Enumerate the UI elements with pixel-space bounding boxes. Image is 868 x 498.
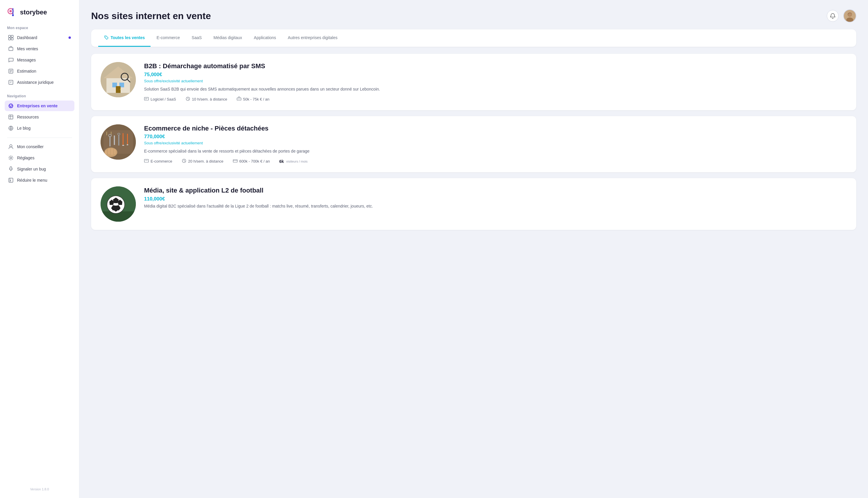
revenue-label-1: 50k - 75k € / an <box>243 97 269 102</box>
bug-icon <box>8 166 14 172</box>
sidebar-item-reglages-label: Réglages <box>17 156 35 160</box>
sidebar-item-bug-label: Signaler un bug <box>17 167 46 171</box>
notification-button[interactable] <box>827 10 839 22</box>
listing-meta-1: Logiciel / SaaS 10 h/sem. à distance 50k… <box>144 96 847 102</box>
tab-toutes-label: Toutes les ventes <box>110 35 145 40</box>
page-title: Nos sites internet en vente <box>91 11 211 22</box>
listing-desc-2: E-commerce spécialisé dans la vente de r… <box>144 148 847 154</box>
visitors-count-2: 6k <box>279 159 284 164</box>
sidebar-item-ressources[interactable]: Ressources <box>5 112 75 122</box>
type-icon-1 <box>144 96 149 102</box>
tab-medias[interactable]: Médias digitaux <box>208 29 248 47</box>
meta-revenue-2: 600k - 700k € / an <box>233 158 270 164</box>
tab-toutes-les-ventes[interactable]: Toutes les ventes <box>98 29 150 47</box>
svg-rect-63 <box>144 159 148 162</box>
listing-desc-3: Média digital B2C spécialisé dans l'actu… <box>144 203 847 209</box>
listing-price-3: 110,000€ <box>144 196 847 202</box>
reduire-icon <box>8 178 14 183</box>
svg-point-32 <box>848 13 852 16</box>
sidebar-item-assistance[interactable]: Assistance juridique <box>5 77 75 88</box>
tab-ecommerce[interactable]: E-commerce <box>150 29 186 47</box>
sidebar-item-estimation[interactable]: Estimation <box>5 66 75 76</box>
listing-image-1-svg <box>101 62 136 97</box>
listing-image-2-svg <box>101 124 136 160</box>
meta-type-2: E-commerce <box>144 158 172 164</box>
logo-icon <box>7 7 18 18</box>
mon-espace-nav: Dashboard Mes ventes Messages Estimation <box>5 32 75 88</box>
svg-rect-4 <box>9 35 11 37</box>
listing-card-2[interactable]: Ecommerce de niche - Pièces détachées 77… <box>91 116 856 173</box>
listing-info-2: Ecommerce de niche - Pièces détachées 77… <box>144 124 847 164</box>
sidebar-item-conseiller[interactable]: Mon conseiller <box>5 141 75 152</box>
logo[interactable]: storybee <box>5 7 75 18</box>
sidebar-item-bug[interactable]: Signaler un bug <box>5 164 75 174</box>
reglages-icon <box>8 155 14 160</box>
listing-info-1: B2B : Démarchage automatisé par SMS 75,0… <box>144 62 847 102</box>
sidebar-item-reglages[interactable]: Réglages <box>5 153 75 163</box>
revenue-icon-2 <box>233 158 238 164</box>
listing-image-1 <box>101 62 136 97</box>
svg-rect-5 <box>11 35 13 37</box>
avatar[interactable] <box>843 10 856 22</box>
hours-icon-1 <box>186 96 190 102</box>
svg-point-40 <box>120 89 121 90</box>
type-label-2: E-commerce <box>150 159 172 163</box>
listing-image-2 <box>101 124 136 160</box>
sidebar-item-mes-ventes[interactable]: Mes ventes <box>5 43 75 54</box>
listing-status-2: Sous offre/exclusivité actuellement <box>144 141 847 145</box>
hours-label-1: 10 h/sem. à distance <box>192 97 227 102</box>
sidebar-item-dashboard[interactable]: Dashboard <box>5 32 75 43</box>
listing-card-3[interactable]: Média, site & application L2 de football… <box>91 178 856 230</box>
bottom-nav: Mon conseiller Réglages Signaler un bug … <box>5 141 75 186</box>
type-icon-2 <box>144 158 149 164</box>
sidebar-item-messages-label: Messages <box>17 57 36 62</box>
sidebar-item-mes-ventes-label: Mes ventes <box>17 47 38 51</box>
sidebar-item-blog[interactable]: Le blog <box>5 123 75 133</box>
hours-icon-2 <box>182 158 186 164</box>
sidebar-item-reduire[interactable]: Réduire le menu <box>5 175 75 185</box>
svg-rect-52 <box>106 132 107 135</box>
sidebar-item-blog-label: Le blog <box>17 126 30 131</box>
conseiller-icon <box>8 144 14 149</box>
listing-price-1: 75,000€ <box>144 72 847 78</box>
listing-card-1[interactable]: B2B : Démarchage automatisé par SMS 75,0… <box>91 54 856 110</box>
tab-applications[interactable]: Applications <box>248 29 282 47</box>
header-row: Nos sites internet en vente <box>91 10 856 22</box>
revenue-label-2: 600k - 700k € / an <box>239 159 270 163</box>
messages-icon <box>8 57 14 63</box>
navigation-label: Navigation <box>5 94 75 98</box>
tab-autres-label: Autres entreprises digitales <box>288 35 338 40</box>
tab-ecommerce-label: E-commerce <box>156 35 180 40</box>
listing-image-3-svg <box>101 186 136 222</box>
mon-espace-label: Mon espace <box>5 26 75 30</box>
sidebar-item-messages[interactable]: Messages <box>5 55 75 65</box>
tab-autres[interactable]: Autres entreprises digitales <box>282 29 343 47</box>
logo-text: storybee <box>20 9 47 16</box>
svg-point-20 <box>10 145 12 147</box>
listing-status-1: Sous offre/exclusivité actuellement <box>144 79 847 83</box>
svg-point-21 <box>10 157 12 159</box>
estimation-icon <box>8 68 14 74</box>
mes-ventes-icon <box>8 46 14 51</box>
sidebar-item-ressources-label: Ressources <box>17 115 39 119</box>
sidebar: storybee Mon espace Dashboard Mes ventes… <box>0 0 79 498</box>
meta-type-1: Logiciel / SaaS <box>144 96 176 102</box>
listing-image-3 <box>101 186 136 222</box>
sidebar-item-dashboard-label: Dashboard <box>17 35 37 40</box>
header-actions <box>827 10 856 22</box>
svg-rect-66 <box>233 160 237 162</box>
svg-rect-62 <box>105 150 107 154</box>
tab-saas[interactable]: SaaS <box>186 29 208 47</box>
tab-applications-label: Applications <box>254 35 276 40</box>
sidebar-item-estimation-label: Estimation <box>17 69 36 74</box>
listing-price-2: 770,000€ <box>144 134 847 140</box>
svg-rect-43 <box>144 97 148 100</box>
sidebar-item-conseiller-label: Mon conseiller <box>17 144 43 149</box>
sidebar-item-entreprises[interactable]: Entreprises en vente <box>5 101 75 111</box>
svg-rect-57 <box>127 144 128 145</box>
entreprises-icon <box>8 103 14 108</box>
dashboard-icon <box>8 35 14 40</box>
svg-point-3 <box>12 14 14 16</box>
avatar-image <box>844 10 856 22</box>
listing-meta-2: E-commerce 20 h/sem. à distance 600k - 7… <box>144 158 847 164</box>
